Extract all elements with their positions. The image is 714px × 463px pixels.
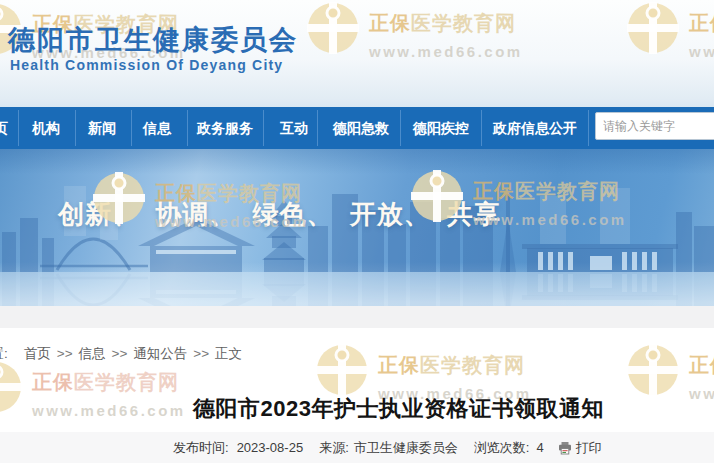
hero-banner: 创新、 协调、 绿色、 开放、 共享: [0, 149, 714, 306]
nav-divider: [263, 110, 264, 146]
nav-divider: [317, 110, 318, 146]
breadcrumb-notices[interactable]: 通知公告: [133, 344, 187, 364]
breadcrumb-home[interactable]: 首页: [24, 344, 51, 364]
nav-item-interact[interactable]: 互动: [280, 107, 308, 149]
search-input[interactable]: [595, 112, 714, 140]
breadcrumb-current: 正文: [215, 344, 242, 364]
print-button[interactable]: 打印: [558, 432, 602, 463]
site-title: 德阳市卫生健康委员会: [8, 22, 298, 58]
views-label: 浏览次数:: [474, 432, 530, 463]
nav-divider: [187, 110, 188, 146]
city-skyline-illustration: [0, 166, 714, 306]
nav-item-home[interactable]: 首页: [0, 107, 8, 149]
source-value: 市卫生健康委员会: [354, 432, 458, 463]
nav-item-services[interactable]: 政务服务: [197, 107, 253, 149]
article-title: 德阳市2023年护士执业资格证书领取通知: [193, 394, 604, 424]
breadcrumb-prefix: 当前位置:: [0, 344, 8, 364]
publish-time-value: 2023-08-25: [237, 432, 304, 463]
nav-divider: [131, 110, 132, 146]
main-navigation: 首页 机构 新闻 信息 政务服务 互动 德阳急救 德阳疾控 政府信息公开: [0, 107, 714, 149]
breadcrumb: 当前位置:首页>>信息>>通知公告>>正文: [0, 344, 242, 364]
breadcrumb-separator: >>: [112, 344, 128, 364]
nav-item-cdc[interactable]: 德阳疾控: [413, 107, 469, 149]
views-value: 4: [536, 432, 543, 463]
nav-item-emergency[interactable]: 德阳急救: [333, 107, 389, 149]
breadcrumb-info[interactable]: 信息: [79, 344, 106, 364]
breadcrumb-separator: >>: [193, 344, 209, 364]
publish-time-label: 发布时间:: [173, 432, 229, 463]
nav-item-agency[interactable]: 机构: [32, 107, 60, 149]
article-meta-row: 发布时间: 2023-08-25 来源: 市卫生健康委员会 浏览次数: 4 打印: [173, 432, 602, 463]
breadcrumb-separator: >>: [57, 344, 73, 364]
printer-icon: [558, 441, 572, 455]
banner-slogan: 创新、 协调、 绿色、 开放、 共享: [58, 197, 501, 232]
print-label: 打印: [576, 432, 602, 463]
nav-divider: [75, 110, 76, 146]
source-label: 来源:: [319, 432, 349, 463]
nav-divider: [18, 110, 19, 146]
nav-item-gov-info[interactable]: 政府信息公开: [493, 107, 577, 149]
section-divider-strip: [0, 306, 714, 328]
nav-item-info[interactable]: 信息: [143, 107, 171, 149]
nav-item-news[interactable]: 新闻: [88, 107, 116, 149]
site-subtitle: Health Commission Of Deyang City: [10, 57, 283, 73]
nav-divider: [400, 110, 401, 146]
nav-divider: [588, 110, 589, 146]
nav-divider: [481, 110, 482, 146]
